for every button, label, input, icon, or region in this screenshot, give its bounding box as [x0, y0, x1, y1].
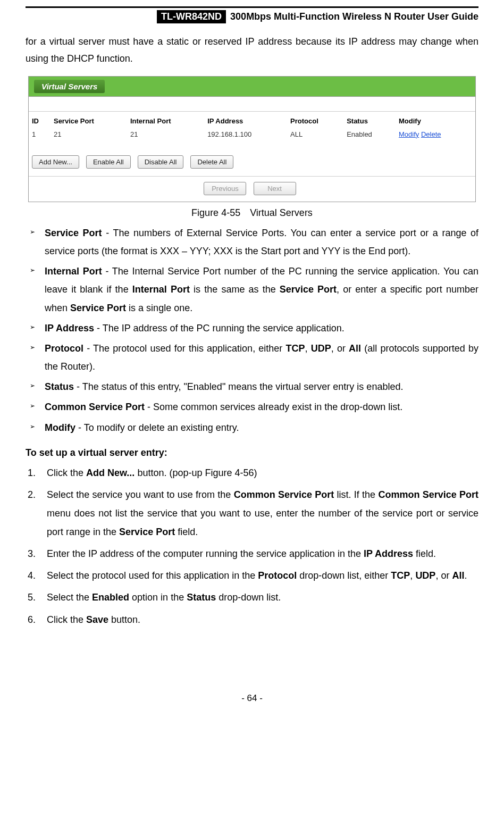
pager-row: Previous Next [29, 177, 475, 202]
col-service-port: Service Port [51, 112, 127, 128]
def-text: - Some common services already exist in … [145, 402, 402, 412]
virtual-servers-screenshot: Virtual Servers ID Service Port Internal… [28, 76, 476, 202]
modify-link[interactable]: Modify [399, 130, 419, 138]
table-row: 1 21 21 192.168.1.100 ALL Enabled Modify… [29, 128, 475, 144]
intro-paragraph: for a virtual server must have a static … [26, 33, 478, 68]
cell-id: 1 [29, 128, 51, 144]
col-protocol: Protocol [287, 112, 343, 128]
enable-all-button[interactable]: Enable All [86, 155, 131, 169]
cell-internal-port: 21 [127, 128, 204, 144]
term: Common Service Port [45, 402, 145, 412]
virtual-servers-table: ID Service Port Internal Port IP Address… [29, 112, 475, 144]
definition-list: Service Port - The numbers of External S… [26, 224, 478, 437]
def-service-port: Service Port - The numbers of External S… [26, 224, 478, 260]
step-6: Click the Save button. [26, 611, 478, 629]
cell-service-port: 21 [51, 128, 127, 144]
def-modify: Modify - To modify or delete an existing… [26, 419, 478, 437]
figure-caption: Figure 4-55 Virtual Servers [26, 207, 478, 219]
previous-button[interactable]: Previous [204, 182, 246, 195]
disable-all-button[interactable]: Disable All [138, 155, 184, 169]
cell-modify: Modify Delete [396, 128, 475, 144]
def-common-service-port: Common Service Port - Some common servic… [26, 398, 478, 416]
def-internal-port: Internal Port - The Internal Service Por… [26, 262, 478, 317]
col-modify: Modify [396, 112, 475, 128]
col-ip-address: IP Address [204, 112, 287, 128]
delete-all-button[interactable]: Delete All [190, 155, 233, 169]
action-button-row: Add New... Enable All Disable All Delete… [29, 144, 475, 176]
def-protocol: Protocol - The protocol used for this ap… [26, 339, 478, 376]
term: Status [45, 381, 74, 392]
def-status: Status - The status of this entry, "Enab… [26, 378, 478, 396]
step-4: Select the protocol used for this applic… [26, 566, 478, 585]
cell-status: Enabled [343, 128, 396, 144]
col-id: ID [29, 112, 51, 128]
def-text: - The numbers of External Service Ports.… [45, 228, 478, 256]
step-2: Select the service you want to use from … [26, 486, 478, 541]
cell-ip: 192.168.1.100 [204, 128, 287, 144]
setup-steps: Click the Add New... button. (pop-up Fig… [26, 464, 478, 629]
term: Service Port [45, 228, 102, 238]
term: IP Address [45, 323, 94, 333]
def-text: - The status of this entry, "Enabled" me… [74, 381, 403, 392]
model-badge: TL-WR842ND [157, 10, 226, 23]
table-header-row: ID Service Port Internal Port IP Address… [29, 112, 475, 128]
term: Protocol [45, 343, 83, 354]
def-text: - The IP address of the PC running the s… [94, 323, 345, 333]
panel-header: Virtual Servers [29, 77, 475, 97]
panel-title: Virtual Servers [34, 80, 105, 93]
col-internal-port: Internal Port [127, 112, 204, 128]
def-text: - To modify or delete an existing entry. [75, 422, 239, 433]
delete-link[interactable]: Delete [421, 130, 441, 138]
page-header: TL-WR842ND 300Mbps Multi-Function Wirele… [26, 6, 478, 23]
step-1: Click the Add New... button. (pop-up Fig… [26, 464, 478, 482]
next-button[interactable]: Next [254, 182, 296, 195]
def-ip-address: IP Address - The IP address of the PC ru… [26, 319, 478, 337]
term: Internal Port [45, 266, 102, 277]
step-5: Select the Enabled option in the Status … [26, 588, 478, 607]
step-3: Enter the IP address of the computer run… [26, 545, 478, 563]
term: Modify [45, 422, 75, 433]
cell-protocol: ALL [287, 128, 343, 144]
add-new-button[interactable]: Add New... [32, 155, 79, 169]
guide-title: 300Mbps Multi-Function Wireless N Router… [230, 11, 478, 22]
col-status: Status [343, 112, 396, 128]
setup-heading: To set up a virtual server entry: [26, 447, 478, 458]
page-number: - 64 - [26, 693, 478, 704]
